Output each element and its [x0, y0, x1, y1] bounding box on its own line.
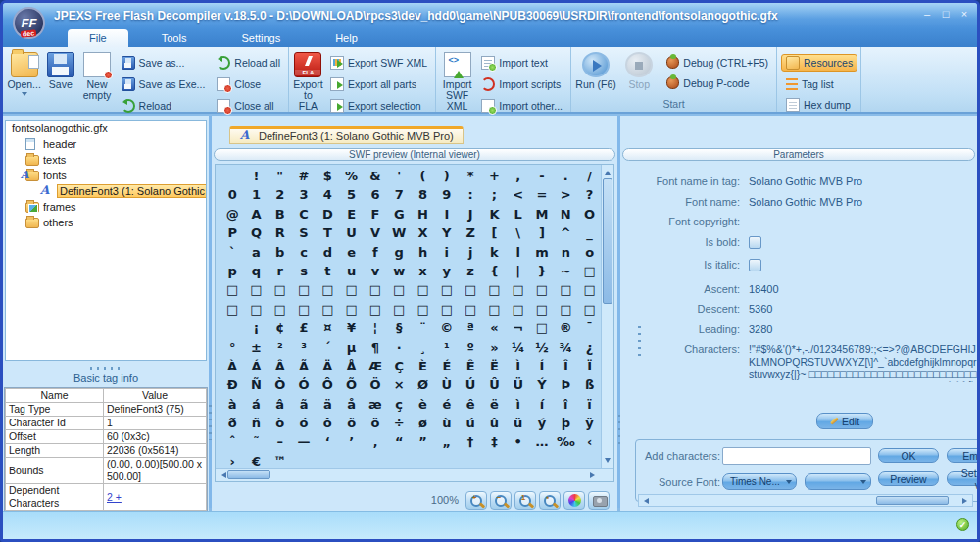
glyph-cell[interactable]: ! — [244, 167, 268, 185]
close-button[interactable]: Close — [212, 75, 285, 93]
minimize-button[interactable]: – — [920, 8, 934, 22]
glyph-cell[interactable]: ° — [220, 338, 244, 357]
glyph-cell[interactable]: Ô — [316, 375, 339, 394]
glyph-cell[interactable]: c — [292, 243, 316, 262]
glyph-cell[interactable]: ® — [554, 319, 577, 337]
glyph-cell[interactable]: “ — [387, 432, 411, 451]
glyph-cell[interactable] — [364, 452, 387, 468]
glyph-cell[interactable]: Í — [530, 357, 554, 375]
export-all-parts-button[interactable]: Export all parts — [325, 75, 432, 93]
glyph-cell[interactable]: f — [364, 243, 387, 262]
glyph-cell[interactable]: □ — [220, 280, 244, 299]
glyph-cell[interactable]: □ — [220, 300, 244, 319]
glyph-cell[interactable]: à — [220, 395, 244, 414]
glyph-cell[interactable]: Æ — [364, 357, 387, 375]
glyph-cell[interactable]: ¤ — [316, 319, 339, 337]
glyph-cell[interactable]: + — [482, 167, 506, 185]
glyph-cell[interactable]: Ö — [364, 375, 387, 394]
glyph-cell[interactable] — [292, 452, 316, 468]
glyph-cell[interactable]: û — [482, 414, 506, 432]
glyph-cell[interactable]: K — [482, 205, 506, 223]
glyph-cell[interactable]: ' — [387, 167, 411, 185]
glyph-cell[interactable]: Ð — [220, 375, 244, 394]
menu-tab-help[interactable]: Help — [314, 29, 379, 47]
glyph-cell[interactable]: □ — [435, 300, 459, 319]
glyph-cell[interactable]: ? — [577, 185, 600, 204]
glyph-cell[interactable]: " — [269, 167, 292, 185]
zoom-fit-button[interactable]: ▪ — [539, 491, 561, 510]
glyph-cell[interactable]: ì — [507, 395, 530, 414]
glyph-cell[interactable]: A — [244, 205, 268, 223]
glyph-cell[interactable]: 3 — [292, 185, 316, 204]
glyph-cell[interactable] — [220, 167, 244, 185]
glyph-cell[interactable] — [530, 452, 554, 468]
glyph-cell[interactable]: ò — [269, 414, 292, 432]
glyph-cell[interactable]: – — [269, 432, 292, 451]
glyph-cell[interactable]: □ — [577, 262, 600, 280]
glyph-cell[interactable]: ú — [459, 414, 482, 432]
glyph-cell[interactable]: . — [554, 167, 577, 185]
glyph-cell[interactable]: u — [339, 262, 363, 280]
is-italic-checkbox[interactable] — [749, 259, 761, 271]
export-swf-xml-button[interactable]: Export SWF XML — [325, 54, 432, 72]
glyph-cell[interactable]: ¾ — [554, 338, 577, 357]
glyph-cell[interactable]: □ — [339, 280, 363, 299]
glyph-cell[interactable]: ª — [459, 319, 482, 337]
glyph-cell[interactable]: ¢ — [269, 319, 292, 337]
glyph-cell[interactable]: º — [459, 338, 482, 357]
glyph-cell[interactable]: □ — [316, 280, 339, 299]
glyph-cell[interactable]: q — [244, 262, 268, 280]
save-as-exe-button[interactable]: Save as Exe... — [117, 75, 211, 93]
glyph-cell[interactable]: / — [577, 167, 600, 185]
tree-item-fonts[interactable]: fonts — [6, 168, 206, 183]
glyph-cell[interactable]: p — [220, 262, 244, 280]
glyph-cell[interactable]: j — [459, 243, 482, 262]
glyph-cell[interactable]: O — [577, 205, 600, 223]
glyph-cell[interactable]: • — [507, 432, 530, 451]
snapshot-button[interactable] — [588, 491, 610, 510]
glyph-cell[interactable]: Ë — [482, 357, 506, 375]
glyph-cell[interactable]: □ — [292, 280, 316, 299]
glyph-cell[interactable]: ™ — [269, 452, 292, 468]
close-all-button[interactable]: Close all — [212, 97, 285, 115]
glyph-cell[interactable]: í — [530, 395, 554, 414]
glyph-cell[interactable]: n — [554, 243, 577, 262]
glyph-cell[interactable]: ø — [411, 414, 434, 432]
glyph-cell[interactable]: 0 — [220, 185, 244, 204]
tree-item-others[interactable]: others — [6, 215, 206, 230]
glyph-cell[interactable]: × — [387, 375, 411, 394]
glyph-cell[interactable]: ô — [316, 414, 339, 432]
splitter-handle[interactable] — [90, 367, 122, 370]
is-bold-checkbox[interactable] — [749, 236, 761, 249]
glyph-cell[interactable]: õ — [339, 414, 363, 432]
glyph-cell[interactable]: « — [482, 319, 506, 337]
glyph-cell[interactable]: G — [387, 205, 411, 223]
glyph-cell[interactable]: ÿ — [577, 414, 600, 432]
glyph-cell[interactable]: ^ — [554, 223, 577, 242]
glyph-cell[interactable]: □ — [387, 300, 411, 319]
glyph-cell[interactable]: ( — [411, 167, 434, 185]
glyph-cell[interactable]: £ — [292, 319, 316, 337]
glyph-cell[interactable]: □ — [530, 280, 554, 299]
glyph-cell[interactable]: ß — [577, 375, 600, 394]
glyph-cell[interactable]: ½ — [530, 338, 554, 357]
glyph-cell[interactable]: © — [435, 319, 459, 337]
glyph-cell[interactable]: □ — [292, 300, 316, 319]
glyph-cell[interactable]: ¿ — [577, 338, 600, 357]
glyph-cell[interactable]: ; — [482, 185, 506, 204]
glyph-cell[interactable]: Ç — [387, 357, 411, 375]
hex-dump-button[interactable]: Hex dump — [781, 96, 858, 114]
glyph-cell[interactable]: z — [459, 262, 482, 280]
glyph-cell[interactable]: 1 — [244, 185, 268, 204]
glyph-cell[interactable]: o — [577, 243, 600, 262]
glyph-cell[interactable]: □ — [530, 300, 554, 319]
glyph-cell[interactable]: E — [339, 205, 363, 223]
glyph-cell[interactable]: v — [364, 262, 387, 280]
glyph-cell[interactable]: À — [220, 357, 244, 375]
glyph-cell[interactable]: µ — [339, 338, 363, 357]
glyph-cell[interactable]: @ — [220, 205, 244, 223]
glyph-cell[interactable]: Z — [459, 223, 482, 242]
glyph-cell[interactable]: € — [244, 452, 268, 468]
glyph-cell[interactable]: Ñ — [244, 375, 268, 394]
glyph-cell[interactable]: ã — [292, 395, 316, 414]
